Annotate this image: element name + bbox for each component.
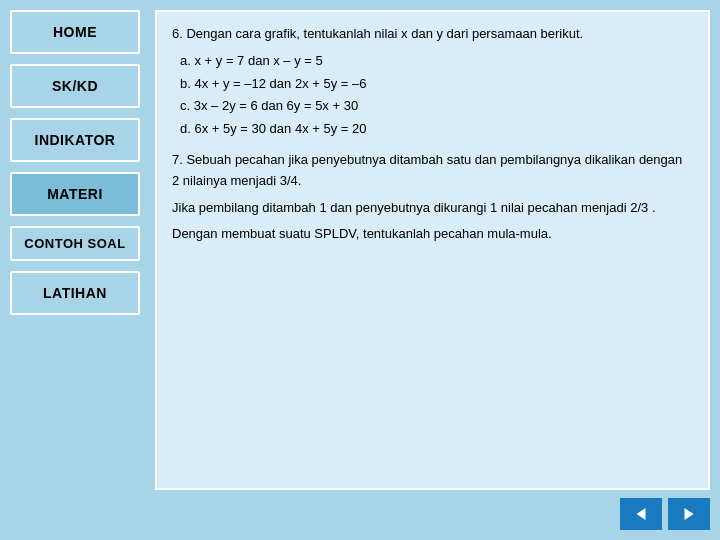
sidebar-item-indikator[interactable]: INDIKATOR (10, 118, 140, 162)
svg-marker-1 (685, 508, 694, 520)
next-button[interactable] (668, 498, 710, 530)
main-content: 6. Dengan cara grafik, tentukanlah nilai… (155, 10, 710, 490)
sidebar-item-latihan[interactable]: LATIHAN (10, 271, 140, 315)
question6-item-d: d. 6x + 5y = 30 dan 4x + 5y = 20 (180, 119, 693, 140)
sidebar-item-sk-kd[interactable]: SK/KD (10, 64, 140, 108)
sidebar-item-materi[interactable]: MATERI (10, 172, 140, 216)
question6-item-b: b. 4x + y = –12 dan 2x + 5y = –6 (180, 74, 693, 95)
sidebar: HOME SK/KD INDIKATOR MATERI CONTOH SOAL … (10, 10, 140, 315)
question7: 7. Sebuah pecahan jika penyebutnya ditam… (172, 150, 693, 245)
next-icon (680, 505, 698, 523)
sidebar-item-contoh-soal[interactable]: CONTOH SOAL (10, 226, 140, 261)
svg-marker-0 (637, 508, 646, 520)
sidebar-item-home[interactable]: HOME (10, 10, 140, 54)
prev-button[interactable] (620, 498, 662, 530)
question6-item-a: a. x + y = 7 dan x – y = 5 (180, 51, 693, 72)
question6-item-c: c. 3x – 2y = 6 dan 6y = 5x + 30 (180, 96, 693, 117)
question7-line2: Jika pembilang ditambah 1 dan penyebutny… (172, 198, 693, 219)
bottom-navigation (620, 498, 710, 530)
question7-title: 7. Sebuah pecahan jika penyebutnya ditam… (172, 150, 693, 192)
question6-items: a. x + y = 7 dan x – y = 5 b. 4x + y = –… (180, 51, 693, 140)
question6-title: 6. Dengan cara grafik, tentukanlah nilai… (172, 24, 693, 45)
prev-icon (632, 505, 650, 523)
question7-line3: Dengan membuat suatu SPLDV, tentukanlah … (172, 224, 693, 245)
